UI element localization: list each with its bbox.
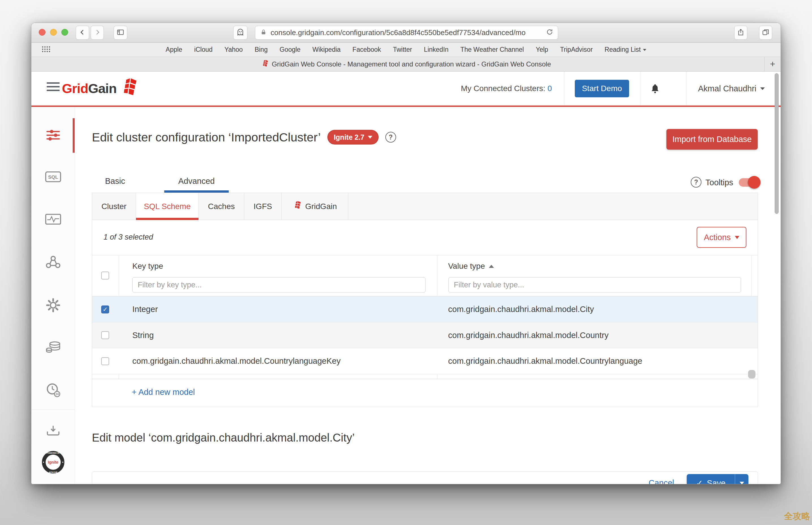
bookmark-linkedin[interactable]: LinkedIn <box>418 46 454 54</box>
sidebar-nav: SQL 24 <box>31 107 75 484</box>
forward-button[interactable] <box>91 26 104 40</box>
table-scrollbar-thumb[interactable] <box>748 370 755 378</box>
bookmarks-bar: Apple iCloud Yahoo Bing Google Wikipedia… <box>31 43 781 57</box>
browser-scrollbar[interactable] <box>775 73 779 214</box>
bookmark-twitter[interactable]: Twitter <box>387 46 418 54</box>
tab-basic[interactable]: Basic <box>83 171 147 191</box>
help-icon[interactable]: ? <box>385 132 396 142</box>
subtab-sql-scheme[interactable]: SQL Scheme <box>136 193 199 220</box>
check-icon: ✓ <box>696 478 703 484</box>
bookmark-icloud[interactable]: iCloud <box>188 46 218 54</box>
save-split-button: ✓ Save <box>687 474 748 484</box>
powered-by-ignite-badge[interactable]: POWERED BY APACHE Ignite <box>31 450 75 475</box>
clusters-count[interactable]: 0 <box>548 84 552 93</box>
value-type-header[interactable]: Value type <box>448 262 494 271</box>
import-from-database-button[interactable]: Import from Database <box>667 129 758 150</box>
bookmark-bing[interactable]: Bing <box>249 46 274 54</box>
row-checkbox[interactable]: ✓ <box>101 357 109 365</box>
subtab-gridgain-label: GridGain <box>305 202 337 211</box>
menu-icon[interactable] <box>47 82 60 93</box>
svg-text:SQL: SQL <box>48 174 58 180</box>
svg-text:Ignite: Ignite <box>48 460 59 464</box>
forward-icon <box>94 29 101 37</box>
gridgain-sail-icon <box>119 78 137 98</box>
tooltips-toggle-knob[interactable] <box>748 176 761 189</box>
reading-list-menu[interactable]: Reading List <box>599 46 652 54</box>
bookmark-wikipedia[interactable]: Wikipedia <box>306 46 347 54</box>
save-button[interactable]: ✓ Save <box>687 474 735 484</box>
zoom-window-button[interactable] <box>61 29 68 36</box>
row-key-type: com.gridgain.chaudhri.akmal.model.Countr… <box>132 348 341 374</box>
page-title-row: Edit cluster configuration ‘ImportedClus… <box>92 130 396 145</box>
row-key-type: Integer <box>132 297 158 322</box>
value-type-filter-input[interactable] <box>448 277 741 292</box>
config-subtabs: Cluster SQL Scheme Caches IGFS GridGain <box>92 193 758 220</box>
apache-ignite-badge-icon: POWERED BY APACHE Ignite <box>41 450 65 475</box>
sort-ascending-icon <box>489 265 494 268</box>
bookmark-yelp[interactable]: Yelp <box>530 46 554 54</box>
subtab-gridgain[interactable]: GridGain <box>281 193 348 220</box>
sidebar-item-clusters[interactable] <box>31 255 75 270</box>
select-all-checkbox[interactable] <box>101 272 109 280</box>
sidebar-toggle-button[interactable] <box>114 26 127 40</box>
share-button[interactable] <box>734 26 747 40</box>
bookmark-tripadvisor[interactable]: TripAdvisor <box>554 46 599 54</box>
table-row[interactable]: ✓ String com.gridgain.chaudhri.akmal.mod… <box>92 322 758 348</box>
extension-button[interactable] <box>233 26 247 40</box>
clock-24-icon: 24 <box>46 382 61 398</box>
sidebar-item-configuration[interactable] <box>31 129 75 142</box>
sidebar-item-settings[interactable] <box>31 298 75 313</box>
tab-overview-button[interactable] <box>759 26 772 40</box>
logo-gain: Gain <box>88 81 117 96</box>
key-type-filter-input[interactable] <box>132 277 426 292</box>
bookmark-facebook[interactable]: Facebook <box>347 46 387 54</box>
row-checkbox[interactable]: ✓ <box>101 331 109 339</box>
tab-title[interactable]: GridGain Web Console - Management tool a… <box>272 60 551 68</box>
close-window-button[interactable] <box>39 29 46 36</box>
minimize-window-button[interactable] <box>50 29 57 36</box>
desktop: console.gridgain.com/configuration/5c6a8… <box>0 0 812 525</box>
reload-icon[interactable] <box>546 28 553 38</box>
save-options-button[interactable] <box>735 474 748 484</box>
subtab-caches[interactable]: Caches <box>199 193 244 220</box>
user-menu[interactable]: Akmal Chaudhri <box>698 72 765 105</box>
new-tab-button[interactable]: + <box>764 57 781 71</box>
table-row[interactable]: ✓ Integer com.gridgain.chaudhri.akmal.mo… <box>92 297 758 322</box>
sidebar-item-download-agent[interactable] <box>31 424 75 437</box>
subtab-cluster[interactable]: Cluster <box>92 193 136 220</box>
actions-button[interactable]: Actions <box>696 227 747 248</box>
share-icon <box>737 29 745 37</box>
table-row[interactable]: ✓ com.gridgain.chaudhri.akmal.model.Coun… <box>92 348 758 374</box>
page-title: Edit cluster configuration ‘ImportedClus… <box>92 131 321 144</box>
sidebar-item-queries-history[interactable]: 24 <box>31 382 75 398</box>
address-bar[interactable]: console.gridgain.com/configuration/5c6a8… <box>255 26 558 40</box>
sidebar-item-sql[interactable]: SQL <box>31 171 75 184</box>
bookmarks-grid-icon[interactable] <box>42 46 50 54</box>
tab-advanced[interactable]: Advanced <box>164 171 229 191</box>
bookmark-yahoo[interactable]: Yahoo <box>218 46 249 54</box>
sidebar-item-caches[interactable] <box>31 341 75 355</box>
lock-icon <box>260 29 266 37</box>
back-button[interactable] <box>76 26 89 40</box>
bookmark-apple[interactable]: Apple <box>160 46 188 54</box>
add-new-model-link[interactable]: + Add new model <box>132 388 195 397</box>
monitor-pulse-icon <box>45 213 61 226</box>
back-icon <box>79 29 86 37</box>
key-type-header[interactable]: Key type <box>132 262 163 271</box>
svg-text:APACHE: APACHE <box>49 471 58 474</box>
start-demo-button[interactable]: Start Demo <box>575 80 629 97</box>
gridgain-logo[interactable]: GridGain <box>62 78 137 98</box>
watermark-text: 全攻略 <box>784 510 810 522</box>
tab-favicon <box>261 60 268 69</box>
notifications-bell-icon[interactable] <box>650 84 660 95</box>
sidebar-item-monitoring[interactable] <box>31 213 75 226</box>
bookmark-weather-channel[interactable]: The Weather Channel <box>454 46 530 54</box>
subtab-igfs[interactable]: IGFS <box>244 193 281 220</box>
cancel-button[interactable]: Cancel <box>648 478 674 484</box>
sidebar-divider <box>31 409 75 410</box>
chevron-down-icon <box>735 236 739 239</box>
row-checkbox[interactable]: ✓ <box>101 305 109 313</box>
ignite-version-badge[interactable]: Ignite 2.7 <box>327 130 378 145</box>
tooltips-label: Tooltips <box>705 178 733 187</box>
bookmark-google[interactable]: Google <box>274 46 306 54</box>
